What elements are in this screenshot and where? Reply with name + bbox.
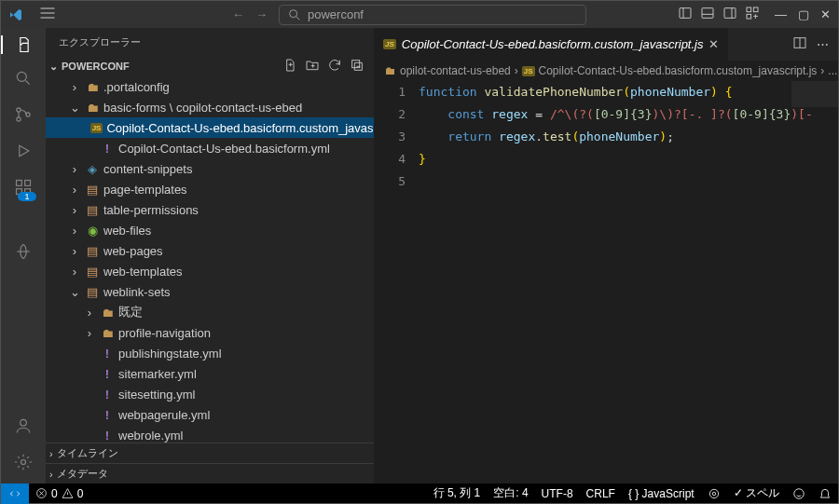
tree-item[interactable]: !sitemarker.yml: [46, 363, 374, 384]
new-folder-icon[interactable]: [305, 58, 320, 75]
tree-item[interactable]: JSCopilot-Contact-Us-ebed.basicform.cust…: [46, 117, 374, 138]
editor-group: JS Copilot-Contact-Us-ebed.basicform.cus…: [374, 28, 838, 484]
svg-rect-4: [747, 7, 751, 12]
metadata-section[interactable]: ›メタデータ: [46, 463, 374, 484]
svg-point-8: [17, 108, 21, 112]
svg-rect-13: [25, 189, 31, 195]
editor-tabs: JS Copilot-Contact-Us-ebed.basicform.cus…: [374, 28, 838, 61]
layout-customize-icon[interactable]: [745, 6, 760, 23]
svg-rect-3: [724, 8, 736, 19]
cursor-position[interactable]: 行 5, 列 1: [427, 485, 488, 501]
language-button[interactable]: { } JavaScript: [622, 485, 701, 501]
notifications-icon[interactable]: [812, 485, 838, 501]
tree-item[interactable]: ›▤page-templates: [46, 179, 374, 199]
svg-rect-6: [747, 14, 751, 19]
svg-point-0: [290, 9, 297, 17]
extensions-icon[interactable]: [14, 178, 33, 199]
line-numbers: 12345: [374, 81, 419, 484]
svg-point-16: [21, 460, 26, 465]
svg-point-21: [712, 492, 716, 496]
close-tab-icon[interactable]: ✕: [708, 37, 719, 51]
tree-item[interactable]: ›▤web-templates: [46, 261, 374, 281]
settings-icon[interactable]: [14, 453, 33, 474]
search-text: powerconf: [308, 7, 364, 21]
js-file-icon: JS: [522, 66, 535, 76]
new-file-icon[interactable]: [282, 58, 297, 75]
explorer-icon[interactable]: [1, 35, 46, 54]
close-icon[interactable]: ✕: [820, 7, 831, 21]
tree-item[interactable]: ›▤web-pages: [46, 240, 374, 261]
timeline-section[interactable]: ›タイムライン: [46, 443, 374, 463]
debug-icon[interactable]: [14, 142, 33, 163]
breadcrumb[interactable]: 🖿 opilot-contact-us-ebed› JS Copilot-Con…: [374, 61, 838, 81]
vscode-logo-icon: [1, 7, 31, 22]
tree-item[interactable]: ›🖿profile-navigation: [46, 322, 374, 343]
file-tree[interactable]: ›🖿.portalconfig⌄🖿basic-forms \ copilot-c…: [46, 76, 374, 443]
js-file-icon: JS: [383, 39, 396, 49]
svg-point-20: [709, 489, 718, 497]
code-editor[interactable]: 12345 function validatePhoneNumber(phone…: [374, 81, 838, 484]
chevron-down-icon: ⌄: [49, 61, 58, 73]
svg-rect-12: [17, 189, 22, 195]
code-content[interactable]: function validatePhoneNumber(phoneNumber…: [419, 81, 838, 484]
tree-item[interactable]: ⌄🖿basic-forms \ copilot-contact-us-ebed: [46, 97, 374, 117]
tab-label: Copilot-Contact-Us-ebed.basicform.custom…: [402, 37, 704, 51]
svg-rect-1: [680, 8, 691, 19]
layout-bottom-icon[interactable]: [700, 6, 715, 23]
tree-item[interactable]: !Copilot-Contact-Us-ebed.basicform.yml: [46, 138, 374, 158]
layout-right-icon[interactable]: [722, 6, 737, 23]
tree-item[interactable]: ›▤table-permissions: [46, 199, 374, 220]
search-icon: [287, 7, 302, 22]
feedback-icon[interactable]: [786, 485, 812, 501]
indent-button[interactable]: 空白: 4: [487, 485, 534, 501]
folder-icon: 🖿: [385, 64, 396, 77]
svg-rect-5: [753, 7, 758, 12]
spell-button[interactable]: ✓ スペル: [727, 485, 786, 501]
svg-point-22: [794, 488, 805, 498]
tree-item[interactable]: !publishingstate.yml: [46, 343, 374, 363]
eol-button[interactable]: CRLF: [580, 485, 622, 501]
account-icon[interactable]: [14, 416, 33, 438]
refresh-icon[interactable]: [327, 58, 342, 75]
svg-point-7: [17, 72, 26, 81]
editor-tab[interactable]: JS Copilot-Contact-Us-ebed.basicform.cus…: [374, 28, 729, 61]
svg-rect-11: [17, 181, 22, 186]
folder-header[interactable]: ⌄ POWERCONF: [46, 56, 374, 76]
title-bar: ← → powerconf — ▢ ✕: [0, 0, 839, 28]
nav-back-icon[interactable]: ←: [232, 7, 244, 21]
svg-rect-14: [25, 181, 31, 186]
nav-forward-icon[interactable]: →: [255, 7, 268, 21]
tree-item[interactable]: ›◈content-snippets: [46, 158, 374, 179]
menu-button[interactable]: [31, 4, 64, 25]
tree-item[interactable]: !webpagerule.yml: [46, 404, 374, 425]
status-bar: 0 0 行 5, 列 1 空白: 4 UTF-8 CRLF { } JavaSc…: [0, 484, 839, 504]
encoding-button[interactable]: UTF-8: [535, 485, 580, 501]
svg-point-15: [21, 419, 27, 426]
sidebar-title: エクスプローラー: [46, 28, 374, 56]
scm-icon[interactable]: [14, 105, 33, 127]
tree-item[interactable]: ›🖿既定: [46, 302, 374, 322]
command-center[interactable]: powerconf: [279, 5, 586, 25]
tree-item[interactable]: ›🖿.portalconfig: [46, 76, 374, 97]
tree-item[interactable]: ›◉web-files: [46, 220, 374, 240]
collapse-all-icon[interactable]: [350, 58, 364, 75]
problems-button[interactable]: 0 0: [29, 487, 89, 500]
activity-bar: [1, 28, 46, 484]
svg-rect-2: [702, 8, 713, 19]
prettier-icon[interactable]: [701, 485, 727, 501]
explorer-sidebar: エクスプローラー ⌄ POWERCONF ›🖿.portalconfig⌄🖿ba…: [46, 28, 374, 484]
maximize-icon[interactable]: ▢: [798, 7, 809, 21]
minimize-icon[interactable]: —: [775, 7, 787, 21]
minimap[interactable]: [791, 81, 838, 107]
remote-button[interactable]: [1, 484, 29, 504]
more-actions-icon[interactable]: ⋯: [817, 37, 829, 51]
layout-left-icon[interactable]: [678, 6, 693, 23]
split-editor-icon[interactable]: [792, 35, 807, 53]
tree-item[interactable]: !sitesetting.yml: [46, 384, 374, 404]
svg-point-9: [17, 117, 21, 121]
root-folder-name: POWERCONF: [62, 61, 130, 72]
tree-item[interactable]: !webrole.yml: [46, 425, 374, 443]
tree-item[interactable]: ⌄▤weblink-sets: [46, 281, 374, 302]
power-pages-icon[interactable]: [14, 242, 33, 264]
search-icon[interactable]: [14, 69, 33, 90]
